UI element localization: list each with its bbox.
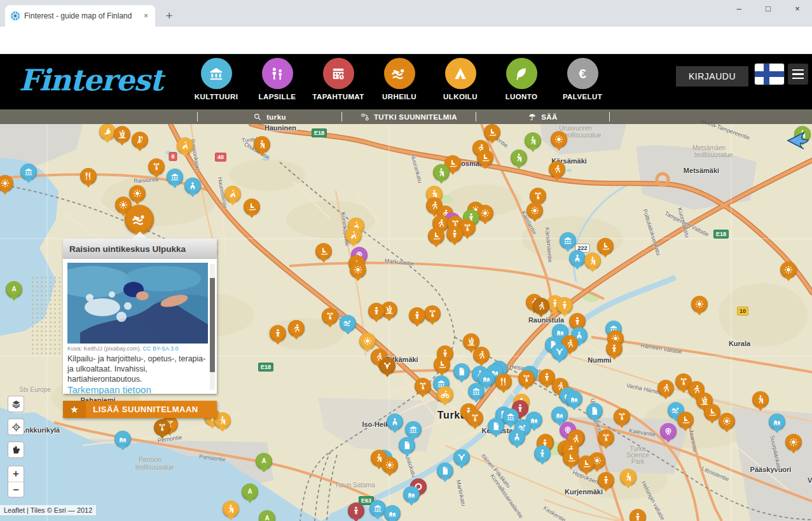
map-marker-sun[interactable]	[382, 457, 398, 473]
map-marker-sun[interactable]	[551, 131, 567, 148]
category-kulttuuri[interactable]: KULTTUURI	[191, 58, 242, 101]
map-marker-sun[interactable]	[719, 413, 735, 429]
map-marker-church[interactable]	[509, 429, 525, 445]
map-marker-moose[interactable]	[379, 358, 396, 374]
layers-control[interactable]	[8, 396, 24, 412]
map-marker-ski[interactable]	[114, 126, 130, 142]
popup-more-link[interactable]: Tarkempaan tietoon	[67, 384, 208, 395]
map-marker-food[interactable]	[80, 168, 97, 184]
map-marker-ferris[interactable]	[660, 423, 677, 440]
map-marker-person[interactable]	[598, 472, 614, 489]
window-controls[interactable]: –□×	[724, 0, 812, 19]
weather-button[interactable]: SÄÄ	[476, 109, 609, 124]
map-marker-hiker[interactable]	[433, 164, 450, 181]
map-marker-building[interactable]	[403, 486, 420, 503]
map-marker-museum[interactable]	[405, 421, 422, 438]
map-marker-moose[interactable]	[453, 449, 470, 466]
map-marker-person[interactable]	[556, 297, 573, 314]
map-marker-sun[interactable]	[526, 202, 543, 219]
selected-map-marker-swim[interactable]	[125, 205, 154, 234]
map-marker-gym[interactable]	[322, 308, 338, 324]
browser-tab[interactable]: Finterest - guide map of Finland ×	[5, 5, 155, 27]
map-marker-golf[interactable]	[132, 132, 148, 148]
add-to-plan-button[interactable]: ★ LISÄÄ SUUNNITELMAAN	[63, 401, 217, 418]
map-marker-museum[interactable]	[468, 383, 485, 399]
map-marker-horse[interactable]	[177, 137, 193, 154]
map-marker-person[interactable]	[270, 325, 286, 342]
pan-back-arrow[interactable]	[784, 129, 811, 152]
map-marker-hiker[interactable]	[752, 391, 769, 408]
map-marker-skate[interactable]	[563, 450, 579, 466]
map-marker-building[interactable]	[114, 431, 131, 447]
map-marker-doc[interactable]	[488, 418, 504, 434]
zoom-in-button[interactable]: +	[8, 466, 24, 482]
map-marker-skate[interactable]	[484, 124, 500, 141]
hamburger-menu-button[interactable]	[788, 64, 808, 85]
map-marker-skate[interactable]	[704, 404, 720, 420]
map-marker-skate[interactable]	[477, 149, 493, 166]
map-marker-gym[interactable]	[424, 305, 441, 322]
map-marker-sun[interactable]	[780, 261, 797, 278]
map-marker-sun[interactable]	[359, 333, 376, 349]
category-lapsille[interactable]: LAPSILLE	[252, 58, 303, 101]
map-marker-person[interactable]	[606, 340, 623, 357]
map-marker-museum[interactable]	[167, 169, 183, 185]
map-marker-building[interactable]	[769, 413, 785, 430]
map-marker-museum[interactable]	[20, 163, 37, 180]
map-marker-moose[interactable]	[551, 344, 568, 360]
explore-plans-button[interactable]: TUTKI SUUNNITELMIA	[342, 109, 476, 124]
map-marker-hiker[interactable]	[584, 253, 601, 269]
map-marker-horse[interactable]	[224, 186, 241, 202]
map-marker-building[interactable]	[384, 505, 401, 521]
tab-close-icon[interactable]: ×	[142, 11, 150, 20]
map-marker-food[interactable]	[495, 373, 512, 390]
map-marker-person[interactable]	[534, 445, 551, 462]
map-marker-sun[interactable]	[350, 261, 366, 278]
map-marker-A[interactable]	[242, 483, 258, 500]
site-logo[interactable]: Finterest	[19, 63, 163, 97]
search-zone[interactable]: turku	[198, 109, 341, 124]
locate-control[interactable]	[8, 419, 24, 435]
map-marker-skate[interactable]	[244, 198, 260, 215]
map-marker-run[interactable]	[549, 161, 565, 177]
close-button[interactable]: ×	[783, 0, 812, 19]
map-marker-hiker[interactable]	[223, 501, 239, 517]
map-marker-run[interactable]	[288, 320, 305, 337]
map-marker-hiker[interactable]	[620, 469, 637, 485]
minimize-button[interactable]: –	[724, 0, 754, 19]
map-marker-gym[interactable]	[614, 408, 630, 425]
zoom-out-button[interactable]: −	[8, 482, 24, 497]
map-marker-museum[interactable]	[560, 232, 576, 249]
map-marker-skate[interactable]	[428, 228, 444, 244]
category-luonto[interactable]: LUONTO	[496, 58, 547, 101]
map-marker-building[interactable]	[551, 406, 568, 423]
map-marker-church[interactable]	[569, 250, 586, 267]
license-link[interactable]: CC BY-SA 3.0	[142, 345, 178, 352]
map-marker-run[interactable]	[657, 380, 674, 396]
map-marker-hiker[interactable]	[511, 149, 527, 166]
popup-scrollbar[interactable]	[210, 264, 215, 390]
map-marker-run[interactable]	[473, 347, 490, 363]
map-marker-sun[interactable]	[129, 185, 146, 202]
map-marker-sun[interactable]	[785, 434, 802, 450]
map-marker-person[interactable]	[409, 307, 425, 324]
category-urheilu[interactable]: URHEILU	[374, 58, 425, 101]
map-marker-skate[interactable]	[315, 243, 332, 260]
finland-extent-control[interactable]	[8, 441, 24, 458]
map-marker-A[interactable]	[6, 281, 22, 298]
map-marker-hiker[interactable]	[254, 136, 270, 153]
map-marker-gym[interactable]	[530, 188, 546, 204]
map-marker-building[interactable]	[566, 391, 582, 407]
map-marker-skate[interactable]	[578, 455, 595, 472]
login-button[interactable]: KIRJAUDU	[676, 66, 748, 87]
map-marker-doc[interactable]	[586, 403, 603, 419]
map-marker-A[interactable]	[256, 453, 272, 469]
map-marker-gym[interactable]	[148, 158, 165, 175]
finnish-flag-icon[interactable]	[755, 64, 784, 85]
map-marker-doc[interactable]	[453, 363, 470, 380]
map-marker-gym[interactable]	[467, 410, 483, 426]
map-marker-bike[interactable]	[437, 386, 453, 403]
search-input[interactable]: turku	[266, 113, 286, 121]
map-marker-person[interactable]	[368, 303, 385, 319]
map-marker-gym[interactable]	[518, 370, 535, 387]
